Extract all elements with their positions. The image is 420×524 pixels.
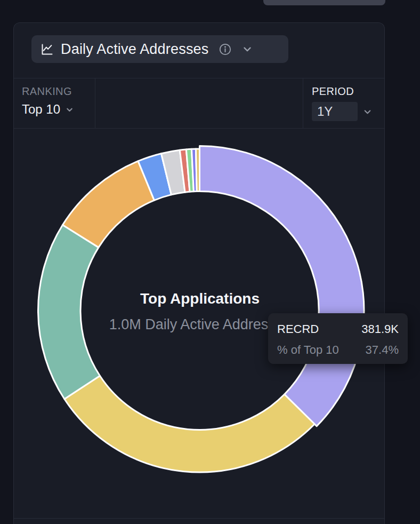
chevron-down-icon (362, 107, 373, 117)
top-cut-button[interactable] (263, 0, 385, 5)
chart-tooltip: RECRD 381.9K % of Top 10 37.4% (268, 313, 408, 364)
card-header: Daily Active Addresses (14, 23, 384, 78)
ranking-label: RANKING (22, 85, 95, 98)
donut-segment-rank-10[interactable] (196, 149, 199, 192)
ranking-control: RANKING Top 10 (14, 78, 95, 128)
period-label: PERIOD (312, 85, 384, 98)
period-control: PERIOD 1Y (303, 78, 384, 128)
period-dropdown[interactable]: 1Y (312, 102, 384, 121)
metric-selector-button[interactable]: Daily Active Addresses (31, 35, 288, 63)
metric-title: Daily Active Addresses (61, 41, 209, 58)
info-icon[interactable] (219, 43, 232, 56)
chevron-down-icon (241, 43, 253, 55)
controls-row: RANKING Top 10 PERIOD 1Y (14, 78, 384, 129)
card-bottom-divider (14, 518, 384, 519)
tooltip-share-value: 37.4% (366, 343, 399, 357)
tooltip-value: 381.9K (361, 322, 399, 336)
line-chart-icon (40, 42, 54, 57)
tooltip-series-name: RECRD (277, 322, 319, 336)
ranking-value: Top 10 (22, 102, 60, 117)
controls-spacer (95, 78, 303, 128)
tooltip-share-label: % of Top 10 (277, 343, 339, 357)
chevron-down-icon (65, 105, 74, 114)
ranking-dropdown[interactable]: Top 10 (22, 102, 95, 117)
period-value[interactable]: 1Y (312, 102, 358, 121)
